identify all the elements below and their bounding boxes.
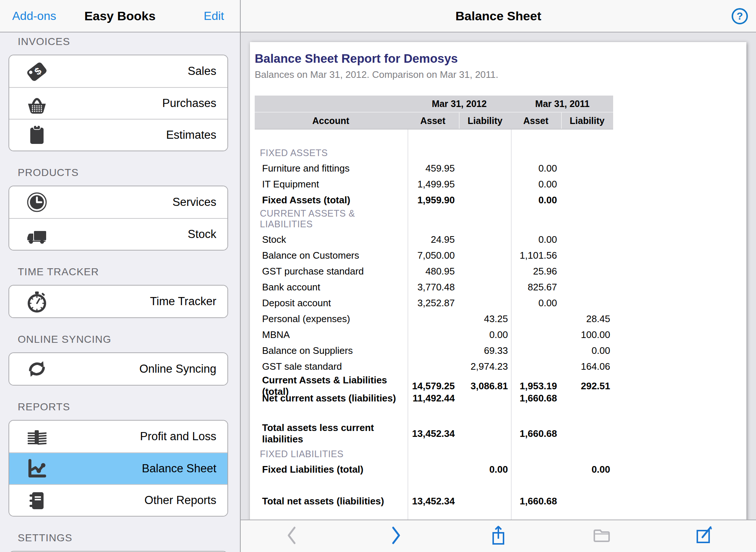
asset-2012-cell: 24.95 xyxy=(408,232,458,248)
asset-2012-cell xyxy=(408,343,458,359)
colgroup-2011: Mar 31, 2011 xyxy=(512,96,613,112)
sidebar-section-invoices: INVOICES$SalesPurchasesEstimates xyxy=(0,36,240,151)
account-cell: Deposit account xyxy=(255,295,408,311)
sidebar-item-label: Online Syncing xyxy=(50,362,227,376)
price-tag-icon: $ xyxy=(24,58,50,84)
compose-button[interactable] xyxy=(693,525,715,547)
asset-2011-cell: 0.00 xyxy=(511,161,560,176)
sidebar: INVOICES$SalesPurchasesEstimatesPRODUCTS… xyxy=(0,32,240,552)
table-row: Total assets less current liabilities13,… xyxy=(255,422,613,438)
balance-sheet-report-page: Balance Sheet Report for Demosys Balance… xyxy=(250,42,746,552)
asset-2012-cell xyxy=(408,462,458,477)
asset-2011-cell: 0.00 xyxy=(511,192,560,208)
sidebar-item-stock[interactable]: Stock xyxy=(9,218,227,250)
section-card: ServicesStock xyxy=(8,186,228,251)
sidebar-section-settings: SETTINGS xyxy=(0,532,240,552)
asset-2011-cell xyxy=(511,359,560,375)
asset-2011-cell: 0.00 xyxy=(511,295,560,311)
folder-button xyxy=(590,525,612,547)
section-label: ONLINE SYNCING xyxy=(18,334,240,345)
report-title: Balance Sheet Report for Demosys xyxy=(255,52,746,66)
account-cell: IT Equipment xyxy=(255,176,408,192)
account-cell: Fixed Liabilities (total) xyxy=(255,462,408,477)
account-cell: Stock xyxy=(255,232,408,248)
sidebar-item-online-syncing[interactable]: Online Syncing xyxy=(9,353,227,385)
liability-2012-cell xyxy=(458,477,511,493)
liability-2012-cell xyxy=(458,493,511,509)
sidebar-item-profit-and-loss[interactable]: Profit and Loss xyxy=(9,421,227,452)
sidebar-item-services[interactable]: Services xyxy=(9,186,227,218)
account-cell: Fixed Assets (total) xyxy=(255,192,408,208)
table-row: GST sale standard2,974.23164.06 xyxy=(255,359,613,375)
colgroup-2012: Mar 31, 2012 xyxy=(408,96,511,112)
table-section-row: CURRENT ASSETS & LIABILITIES xyxy=(255,208,613,232)
sidebar-item-label: Sales xyxy=(50,65,227,78)
clipboard-icon xyxy=(24,122,50,148)
line-chart-icon xyxy=(24,456,50,482)
liability-2011-cell xyxy=(560,137,613,161)
table-row: MBNA0.00100.00 xyxy=(255,327,613,343)
table-row: Deposit account3,252.870.00 xyxy=(255,295,613,311)
account-cell: Bank account xyxy=(255,279,408,295)
asset-2012-cell xyxy=(408,406,458,422)
liability-2012-cell: 69.33 xyxy=(458,343,511,359)
asset-2011-cell xyxy=(511,462,560,477)
asset-2011-cell: 1,660.68 xyxy=(511,390,560,406)
liability-2011-cell xyxy=(560,192,613,208)
liability-2012-cell xyxy=(458,208,511,232)
sidebar-item-estimates[interactable]: Estimates xyxy=(9,119,227,151)
asset-2011-cell xyxy=(511,406,560,422)
sidebar-item-label: Stock xyxy=(50,228,227,241)
easy-books-app: Add-ons Easy Books Edit Balance Sheet ? … xyxy=(0,0,756,552)
account-cell xyxy=(255,477,408,493)
table-row: Fixed Assets (total)1,959.900.00 xyxy=(255,192,613,208)
asset-2011-cell: 0.00 xyxy=(511,232,560,248)
share-icon xyxy=(488,525,509,548)
panel-divider xyxy=(240,0,241,552)
sidebar-item-other-reports[interactable]: Other Reports xyxy=(9,484,227,516)
asset-2012-cell xyxy=(408,477,458,493)
forward-chevron-button[interactable] xyxy=(384,525,406,547)
sidebar-item-label: Services xyxy=(50,196,227,209)
section-label: SETTINGS xyxy=(18,532,240,544)
report-subtitle: Balances on Mar 31, 2012. Comparison on … xyxy=(255,69,746,80)
asset-2011-cell xyxy=(511,343,560,359)
clock-icon xyxy=(24,189,50,215)
liability-2011-cell xyxy=(560,390,613,406)
sidebar-item-label: Purchases xyxy=(50,97,227,110)
sidebar-item-time-tracker[interactable]: Time Tracker xyxy=(9,286,227,317)
asset-2012-cell: 3,252.87 xyxy=(408,295,458,311)
bottom-toolbar xyxy=(241,520,756,552)
asset-2012-cell xyxy=(408,137,458,161)
balance-sheet-table: Mar 31, 2012 Mar 31, 2011 Account Asset … xyxy=(255,96,613,533)
back-chevron-icon xyxy=(283,525,302,548)
liability-2011-cell xyxy=(560,232,613,248)
share-button[interactable] xyxy=(487,525,509,547)
asset-2011-cell xyxy=(511,311,560,327)
help-button[interactable]: ? xyxy=(732,8,748,24)
account-cell: Balance on Customers xyxy=(255,248,408,263)
account-cell: MBNA xyxy=(255,327,408,343)
col-asset-2012: Asset xyxy=(408,113,458,129)
liability-2011-cell: 28.45 xyxy=(560,311,613,327)
sidebar-item-balance-sheet[interactable]: Balance Sheet xyxy=(9,452,227,484)
account-cell: FIXED ASSETS xyxy=(255,137,408,161)
edit-button[interactable]: Edit xyxy=(204,9,224,23)
liability-2012-cell: 2,974.23 xyxy=(458,359,511,375)
asset-2012-cell: 480.95 xyxy=(408,263,458,279)
account-cell: FIXED LIABILITIES xyxy=(255,438,408,462)
asset-2012-cell: 13,452.34 xyxy=(408,493,458,509)
section-label: INVOICES xyxy=(18,36,240,47)
liability-2012-cell xyxy=(458,161,511,176)
col-asset-2011: Asset xyxy=(512,113,560,129)
asset-2012-cell xyxy=(408,359,458,375)
liability-2012-cell xyxy=(458,176,511,192)
liability-2011-cell xyxy=(560,438,613,462)
table-row: Balance on Suppliers69.330.00 xyxy=(255,343,613,359)
liability-2012-cell xyxy=(458,295,511,311)
table-row: Current Assets & Liabilities (total)14,5… xyxy=(255,375,613,390)
sidebar-item-purchases[interactable]: Purchases xyxy=(9,87,227,119)
table-row: GST purchase standard480.9525.96 xyxy=(255,263,613,279)
sidebar-item-sales[interactable]: $Sales xyxy=(9,55,227,87)
liability-2011-cell xyxy=(560,406,613,422)
